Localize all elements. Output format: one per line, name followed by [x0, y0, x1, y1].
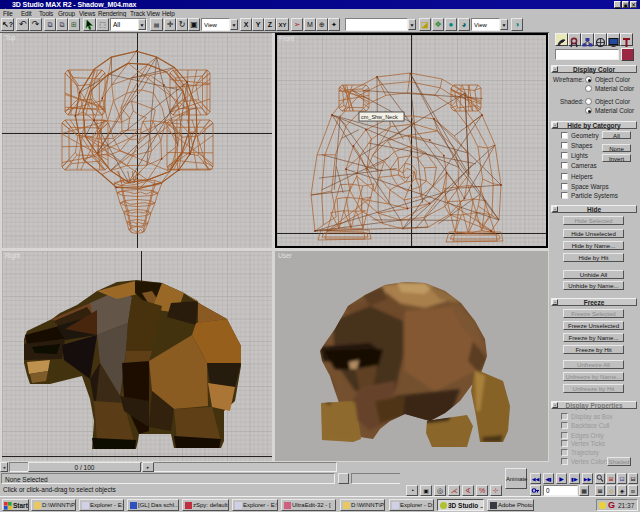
- svg-text:cm_Shw_Neck: cm_Shw_Neck: [361, 114, 398, 120]
